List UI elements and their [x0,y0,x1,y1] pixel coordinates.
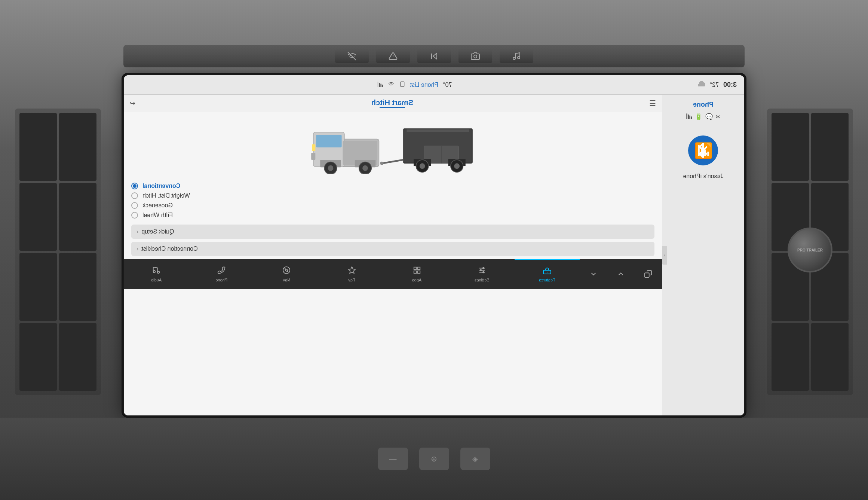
trim-btn-3[interactable] [417,49,451,63]
svg-rect-13 [381,83,382,87]
svg-point-30 [420,163,425,169]
fifth-wheel-radio[interactable] [131,212,138,219]
nav-audio[interactable]: Audio [124,259,189,289]
audio-icon [152,266,160,277]
settings-icon [478,266,486,277]
svg-rect-43 [312,144,315,151]
bottom-nav-container: Features Settings [124,259,662,289]
hitch-option-conventional[interactable]: Conventional [131,183,654,189]
nav-fav[interactable]: Fav [319,259,384,289]
quick-setup-button[interactable]: Quick Setup ‹ [131,225,654,239]
screen-title: Smart Hitch [371,98,413,107]
svg-point-8 [518,57,520,59]
copy-button[interactable] [635,259,662,289]
svg-point-32 [380,162,383,165]
screen-bezel: 3:00 72° 70° Phone List [122,73,746,418]
bottom-ctrl-2[interactable]: ⊕ [419,448,449,470]
refresh-icon[interactable]: ↩ [130,99,135,107]
nav-settings[interactable]: Settings [450,259,515,289]
nav-up-button[interactable] [607,259,634,289]
connection-checklist-label: Connection Checklist [141,246,197,252]
svg-rect-35 [316,135,341,147]
trailer-area [124,112,662,180]
svg-marker-4 [433,53,437,59]
svg-rect-44 [311,153,315,160]
svg-point-28 [454,163,460,169]
hitch-option-weight-dist[interactable]: Weight Dist. Hitch [131,192,654,199]
smart-hitch-header: ☰ Smart Hitch ↩ [124,95,662,112]
svg-rect-18 [688,115,689,119]
nav-label: Nav [283,278,291,282]
svg-point-51 [483,267,484,269]
svg-rect-17 [689,116,690,119]
svg-point-62 [153,270,156,272]
trim-btn-2[interactable] [376,49,410,63]
phone-panel-title: Phone [693,101,714,109]
temp-outside: 72° [710,82,719,88]
nav-features[interactable]: Features [515,259,580,289]
phone-icons-row: ✉ 💬 🔋 [686,113,721,121]
connection-checklist-button[interactable]: Connection Checklist ‹ [131,242,654,256]
svg-rect-15 [378,82,379,87]
phone-list-label[interactable]: Phone List [410,82,438,88]
svg-rect-12 [382,85,383,87]
svg-point-6 [474,55,477,58]
cabin-temp: 70° [443,82,452,88]
svg-rect-16 [691,116,692,119]
nav-nav[interactable]: Nav [254,259,319,289]
right-panel: ☰ Smart Hitch ↩ [124,95,662,415]
hitch-option-gooseneck[interactable]: Gooseneck [131,202,654,209]
svg-rect-14 [379,83,380,87]
features-label: Features [539,278,555,282]
phone-nav-label: Phone [215,278,227,282]
nav-phone[interactable]: Phone [189,259,254,289]
svg-point-7 [513,57,515,60]
navigation-icon [282,266,291,277]
audio-label: Audio [151,278,162,282]
pro-trailer-knob-area: PRO TRAILER [769,228,851,272]
nav-apps[interactable]: Apps [384,259,450,289]
svg-point-42 [328,165,334,171]
gooseneck-radio[interactable] [131,202,138,209]
svg-rect-57 [414,271,416,273]
weight-dist-label: Weight Dist. Hitch [142,192,190,199]
svg-point-61 [157,271,160,273]
hitch-option-fifth-wheel[interactable]: Fifth Wheel [131,212,654,219]
bottom-ctrl-3[interactable]: ◈ [460,448,490,470]
features-icon [543,267,552,277]
svg-rect-54 [417,267,420,269]
fav-icon [348,266,356,277]
quick-setup-chevron: ‹ [137,228,138,235]
svg-rect-22 [407,129,469,132]
svg-point-40 [362,165,368,171]
panel-collapse-handle[interactable]: › [662,246,667,265]
trim-btn-4[interactable] [458,49,492,63]
svg-point-59 [283,266,290,273]
phone-nav-icon [217,266,226,277]
device-name: Jason's iPhone [683,173,724,180]
svg-line-31 [383,160,404,163]
hitch-options: Conventional Weight Dist. Hitch Goosenec… [124,180,662,222]
wifi-icon [387,81,395,89]
pro-trailer-knob[interactable]: PRO TRAILER [788,228,832,272]
left-nav-area [580,259,662,289]
bluetooth-circle: 📶 [688,135,718,165]
settings-label: Settings [475,278,490,282]
hamburger-menu-icon[interactable]: ☰ [649,99,656,108]
conventional-radio[interactable] [131,183,138,189]
weight-dist-radio[interactable] [131,192,138,199]
bottom-nav: Features Settings [124,259,580,289]
status-bar: 3:00 72° 70° Phone List [124,75,744,95]
bottom-ctrl-1[interactable]: — [378,448,408,470]
trim-btn-1[interactable] [335,49,369,63]
nav-down-button[interactable] [580,259,607,289]
phone-icon [399,80,405,89]
trim-btn-5[interactable] [500,49,533,63]
quick-setup-label: Quick Setup [141,228,174,235]
signal-bars-icon [686,113,692,121]
left-vent [15,109,101,395]
knob-label: PRO TRAILER [797,248,823,252]
dashboard: PRO TRAILER 3:00 72° 70° Phone List [0,0,868,500]
title-underline [380,107,405,108]
battery-icon: 🔋 [695,113,702,121]
